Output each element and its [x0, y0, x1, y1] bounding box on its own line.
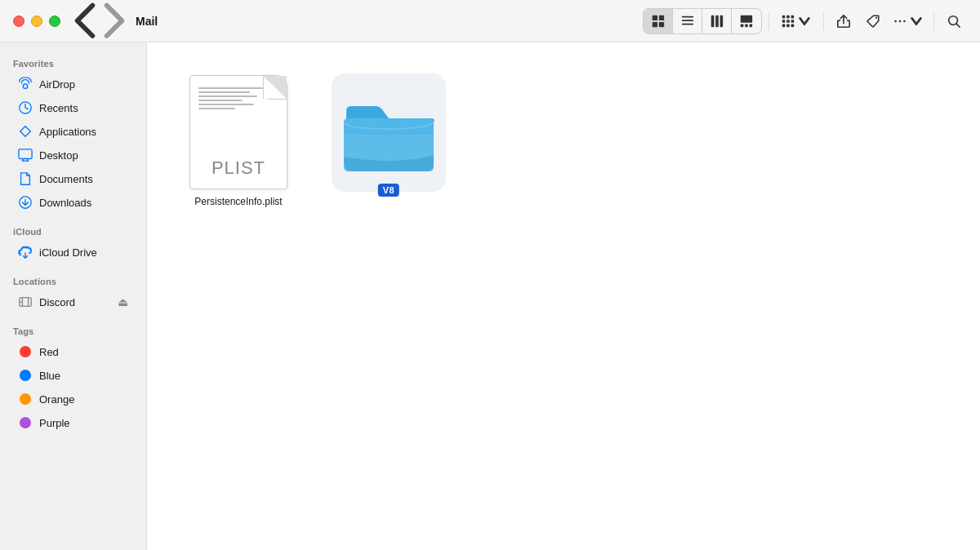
- svg-rect-13: [745, 24, 748, 27]
- applications-icon: [18, 124, 33, 139]
- plist-line-4: [198, 100, 243, 101]
- view-grid-button[interactable]: [644, 9, 673, 33]
- view-columns-button[interactable]: [702, 9, 732, 33]
- downloads-label: Downloads: [39, 197, 91, 209]
- svg-point-24: [875, 16, 877, 18]
- sidebar-item-tag-blue[interactable]: Blue: [5, 364, 141, 387]
- discord-drive-icon: [18, 295, 33, 309]
- sidebar-item-icloud-drive[interactable]: iCloud Drive: [5, 241, 141, 264]
- svg-rect-32: [19, 149, 32, 159]
- svg-rect-23: [791, 24, 795, 27]
- content-area: PLIST PersistenceInfo.plist: [147, 42, 980, 550]
- svg-rect-18: [782, 20, 786, 23]
- icloud-drive-label: iCloud Drive: [39, 246, 97, 259]
- locations-header: Locations: [0, 270, 146, 290]
- plist-lines: [198, 87, 272, 109]
- plist-file-name: PersistenceInfo.plist: [194, 196, 282, 207]
- svg-rect-19: [786, 20, 790, 23]
- svg-point-27: [903, 20, 906, 22]
- documents-icon: [18, 171, 33, 186]
- svg-rect-4: [681, 16, 693, 17]
- svg-rect-22: [786, 24, 790, 27]
- airdrop-label: AirDrop: [39, 78, 75, 91]
- svg-rect-6: [681, 23, 693, 24]
- sidebar-item-discord[interactable]: Discord ⏏: [5, 291, 141, 313]
- plist-line-6: [198, 108, 235, 109]
- plist-line-1: [198, 87, 265, 89]
- tags-header: Tags: [0, 320, 146, 339]
- window-title: Mail: [136, 15, 636, 28]
- recents-label: Recents: [39, 102, 78, 114]
- minimize-button[interactable]: [31, 16, 42, 27]
- folder-svg: [340, 87, 438, 177]
- folder-icon-container: V8: [332, 75, 446, 189]
- plist-file-icon: PLIST: [189, 75, 287, 189]
- sidebar-item-recents[interactable]: Recents: [5, 96, 141, 119]
- tag-red-label: Red: [39, 346, 59, 358]
- sidebar-item-downloads[interactable]: Downloads: [5, 191, 141, 214]
- file-item-folder-v8[interactable]: V8 V8: [323, 69, 454, 214]
- eject-icon[interactable]: ⏏: [118, 295, 128, 308]
- main-area: Favorites AirDrop Recents: [0, 42, 980, 550]
- svg-rect-8: [710, 15, 714, 26]
- documents-label: Documents: [39, 173, 93, 185]
- traffic-lights: [13, 16, 60, 27]
- airdrop-icon: [18, 77, 33, 91]
- svg-rect-11: [741, 15, 752, 22]
- file-item-plist[interactable]: PLIST PersistenceInfo.plist: [173, 69, 304, 214]
- svg-rect-12: [741, 24, 744, 27]
- share-button[interactable]: [831, 8, 857, 34]
- sidebar-item-airdrop[interactable]: AirDrop: [5, 73, 141, 95]
- more-button[interactable]: [889, 8, 927, 34]
- svg-rect-3: [658, 21, 663, 26]
- svg-rect-0: [652, 15, 657, 20]
- sidebar: Favorites AirDrop Recents: [0, 42, 147, 550]
- svg-point-30: [23, 84, 27, 88]
- sidebar-item-documents[interactable]: Documents: [5, 167, 141, 190]
- group-button[interactable]: [776, 8, 817, 34]
- discord-label: Discord: [39, 296, 75, 308]
- close-button[interactable]: [13, 16, 24, 27]
- svg-rect-17: [791, 15, 795, 18]
- sidebar-item-tag-red[interactable]: Red: [5, 340, 141, 363]
- toolbar-right: [643, 8, 967, 34]
- recents-icon: [18, 100, 33, 115]
- sidebar-item-tag-orange[interactable]: Orange: [5, 388, 141, 410]
- favorites-header: Favorites: [0, 52, 146, 72]
- sidebar-item-tag-purple[interactable]: Purple: [5, 411, 141, 434]
- sidebar-item-applications[interactable]: Applications: [5, 120, 141, 143]
- sidebar-item-desktop[interactable]: Desktop: [5, 144, 141, 166]
- maximize-button[interactable]: [49, 16, 60, 27]
- plist-type-label: PLIST: [212, 157, 265, 179]
- tag-blue-icon: [18, 368, 33, 383]
- tag-orange-icon: [18, 392, 33, 406]
- svg-point-26: [899, 20, 902, 22]
- back-button[interactable]: [74, 10, 96, 33]
- svg-line-29: [956, 24, 960, 27]
- toolbar-separator-1: [768, 12, 769, 30]
- desktop-icon: [18, 148, 33, 162]
- downloads-icon: [18, 195, 33, 210]
- svg-point-42: [20, 301, 22, 303]
- tag-button[interactable]: [860, 8, 886, 34]
- tag-red-icon: [18, 344, 33, 359]
- search-button[interactable]: [941, 8, 967, 34]
- view-list-button[interactable]: [673, 9, 702, 33]
- plist-line-2: [198, 91, 250, 93]
- tag-orange-label: Orange: [39, 393, 74, 406]
- view-gallery-button[interactable]: [732, 9, 761, 33]
- forward-button[interactable]: [103, 10, 126, 33]
- tag-purple-icon: [18, 415, 33, 430]
- toolbar-separator-2: [823, 12, 824, 30]
- svg-rect-14: [750, 24, 753, 27]
- icloud-header: iCloud: [0, 220, 146, 240]
- svg-point-25: [894, 20, 897, 22]
- svg-rect-1: [658, 15, 663, 20]
- applications-label: Applications: [39, 126, 96, 138]
- svg-rect-16: [786, 15, 790, 18]
- plist-line-5: [198, 104, 254, 105]
- svg-rect-9: [715, 15, 719, 26]
- svg-rect-21: [782, 24, 786, 27]
- tag-blue-label: Blue: [39, 370, 60, 382]
- folder-wrapper: V8: [332, 73, 446, 192]
